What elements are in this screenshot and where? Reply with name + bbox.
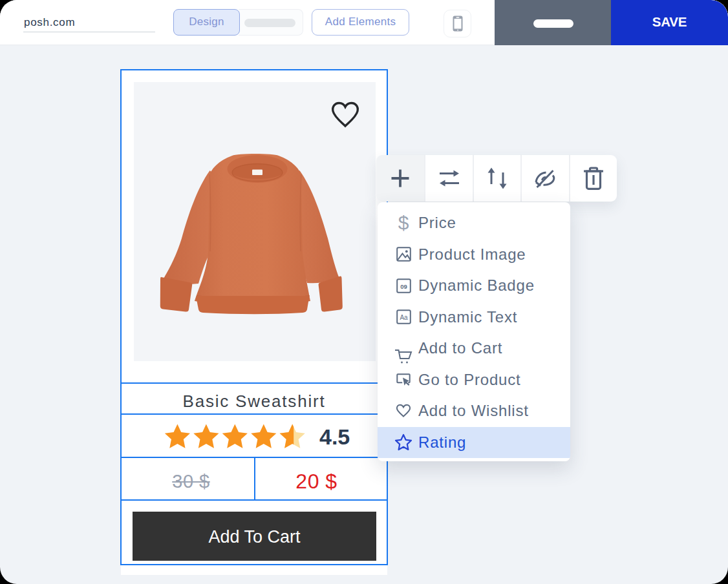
- svg-text:4.5: 4.5: [319, 424, 350, 449]
- svg-text:09: 09: [400, 282, 407, 289]
- svg-text:Aa: Aa: [400, 314, 408, 321]
